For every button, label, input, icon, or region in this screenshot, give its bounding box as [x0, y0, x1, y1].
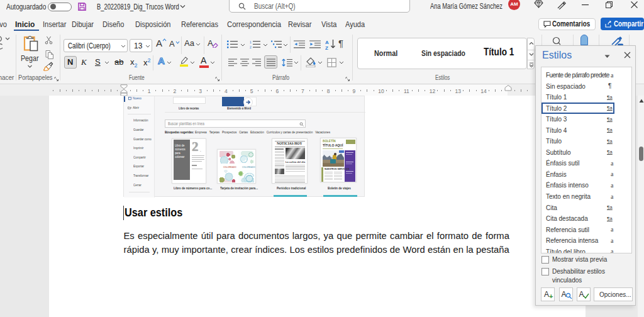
svg-text:1: 1: [250, 40, 252, 44]
svg-text:Z: Z: [325, 45, 328, 50]
svg-text:2: 2: [250, 45, 252, 48]
svg-text:A: A: [325, 40, 329, 45]
